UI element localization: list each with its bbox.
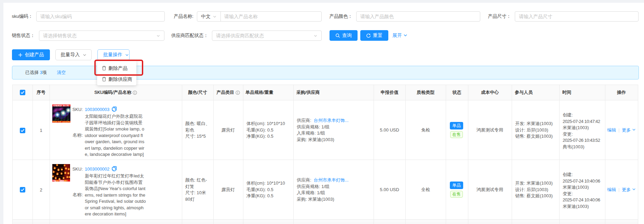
svg-text:不甩比价!我就是源头!: 不甩比价!我就是源头! (52, 179, 68, 182)
svg-text:售电费 0电费 天黑自动亮灯: 售电费 0电费 天黑自动亮灯 (52, 121, 70, 123)
